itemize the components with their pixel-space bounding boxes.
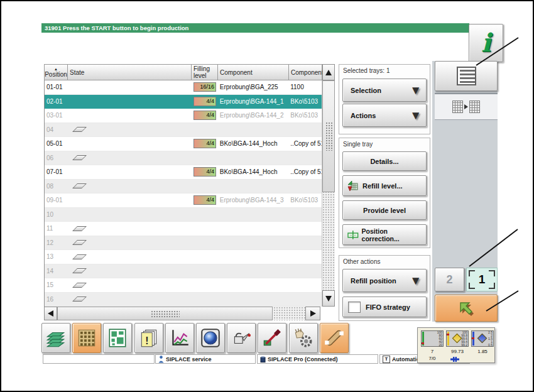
refill-position-label: Refill position <box>351 277 410 285</box>
gauge-rate: 2.521.510.5 <box>471 330 494 347</box>
empty-tray-icon <box>72 297 87 302</box>
gauge-ticks: 10099.899.699.499.2 <box>461 331 467 346</box>
position-correction-label: Position correction... <box>362 227 426 242</box>
table-row[interactable]: 11 <box>45 222 322 236</box>
page-1-label: 1 <box>479 273 486 286</box>
page-2-button[interactable]: 2 <box>435 268 464 291</box>
performance-gauge-panel[interactable]: 1008060402077/010099.899.699.499.299.732… <box>417 327 495 363</box>
table-row[interactable]: 16 <box>45 293 322 307</box>
position-correction-button[interactable]: Position correction... <box>342 224 427 245</box>
table-row[interactable]: 01-0116/16Erprobung\BGA_2251100 <box>45 80 322 95</box>
mode-icon: T <box>383 356 390 363</box>
gauge-diamond-icon <box>452 334 462 344</box>
connection-label: SIPLACE Pro (Connected) <box>268 356 338 362</box>
mode-label: Automatic <box>392 356 420 362</box>
selection-label: Selection <box>351 87 410 94</box>
column-header-position[interactable]: ▲ Position <box>44 64 68 80</box>
table-row[interactable]: 15 <box>45 278 322 293</box>
table-row[interactable]: 05-014/4BKo\BGA-144_Hoch..Copy of 51 <box>45 137 322 151</box>
filling-level-gauge: 4/4 <box>193 111 216 120</box>
cell-state <box>68 297 192 302</box>
repair-icon <box>261 327 283 349</box>
column-header-component2[interactable]: Component <box>289 64 322 80</box>
gauge-ticks: 10080604020 <box>437 331 442 346</box>
gauge-value: 7 <box>421 349 444 354</box>
details-label: Details... <box>370 158 398 165</box>
toolbar-button-vision-camera[interactable] <box>196 323 225 353</box>
cell-position: 04 <box>45 126 68 133</box>
table-row[interactable]: 07-014/4BKo\BGA-144_Hoch..Copy of 51 <box>45 165 322 180</box>
scroll-up-button[interactable] <box>322 64 335 80</box>
toolbar-button-error-log[interactable]: ! <box>134 323 163 353</box>
cell-position: 07-01 <box>45 168 68 175</box>
actions-label: Actions <box>351 112 410 119</box>
empty-tray-icon <box>72 155 87 160</box>
filling-level-gauge: 4/4 <box>193 167 216 177</box>
table-row[interactable]: 03-014/4Erprobung\BGA-144_2BKo\5103 <box>45 109 322 123</box>
table-row[interactable]: 13 <box>45 250 322 264</box>
refill-level-button[interactable]: Refill level... <box>342 175 427 196</box>
toolbar-button-tray-table[interactable] <box>72 323 101 353</box>
gauge-value: 99.73 <box>446 349 469 354</box>
horizontal-scrollbar-thumb[interactable] <box>57 307 273 320</box>
cell-filling: 4/4 <box>192 195 218 205</box>
column-header-component[interactable]: Component <box>218 64 289 80</box>
cell-filling: 4/4 <box>192 139 218 148</box>
single-tray-label: Single tray <box>343 141 373 148</box>
tab-list-view[interactable] <box>435 61 498 91</box>
selection-dropdown[interactable]: Selection ▼ <box>342 79 427 102</box>
page-1-button[interactable]: 1 <box>466 268 498 291</box>
table-row[interactable]: 09-014/4Erprobung\BGA-144_3BKo\5103 <box>45 193 322 208</box>
empty-tray-icon <box>72 183 87 188</box>
table-row[interactable]: 10 <box>45 208 322 222</box>
cell-position: 11 <box>45 225 68 232</box>
gauge-value: 1.85 <box>471 349 494 354</box>
cell-component: Erprobung\BGA-144_2 <box>218 112 288 119</box>
toolbar-button-manual-setup[interactable] <box>289 323 318 353</box>
gauge-marker <box>447 334 449 335</box>
scroll-down-button[interactable] <box>322 290 335 307</box>
table-row[interactable]: 04 <box>45 123 322 138</box>
refill-position-dropdown[interactable]: Refill position ▼ <box>342 269 427 292</box>
table-row[interactable]: 08 <box>45 180 322 194</box>
scroll-right-button[interactable] <box>305 307 320 320</box>
toolbar-button-repair[interactable] <box>258 323 286 353</box>
table-row[interactable]: 12 <box>45 236 322 251</box>
cell-state <box>68 127 192 132</box>
cell-state <box>68 183 192 188</box>
info-button[interactable]: i <box>469 24 503 62</box>
provide-level-button[interactable]: Provide level <box>342 200 427 220</box>
toolbar-button-service-wrench[interactable] <box>320 323 349 353</box>
cell-position: 09-01 <box>45 197 68 204</box>
column-header-filling-level[interactable]: Filling level <box>192 64 218 80</box>
column-header-state[interactable]: State <box>68 64 192 80</box>
details-button[interactable]: Details... <box>342 151 427 171</box>
scroll-left-button[interactable] <box>44 307 57 320</box>
back-button[interactable] <box>435 295 498 322</box>
fifo-checkbox[interactable] <box>348 302 361 313</box>
table-row[interactable]: 14 <box>45 264 322 279</box>
table-row[interactable]: 02-014/4Erprobung\BGA-144_1BKo\5103 <box>45 95 322 109</box>
service-wrench-icon <box>323 327 346 349</box>
cell-state <box>68 254 192 259</box>
cell-component: Erprobung\BGA-144_1 <box>218 98 288 105</box>
position-correction-icon <box>347 231 359 239</box>
cell-filling: 4/4 <box>192 111 218 120</box>
gauge-ticks: 2.521.510.5 <box>488 331 493 346</box>
column-label: Component <box>291 69 324 76</box>
actions-dropdown[interactable]: Actions ▼ <box>342 104 427 127</box>
table-row[interactable]: 06 <box>45 151 322 166</box>
vertical-scrollbar-thumb[interactable] <box>322 80 335 192</box>
maintenance-icon <box>230 327 253 349</box>
gauge-diamond-icon <box>477 334 488 344</box>
toolbar-button-statistics[interactable] <box>165 323 194 353</box>
message-bar: 31901 Press the START button to begin pr… <box>41 23 469 33</box>
thumb-grip <box>151 310 180 317</box>
empty-tray-icon <box>72 127 87 132</box>
toolbar-button-maintenance[interactable] <box>227 323 256 353</box>
toolbar-button-pcb-stack[interactable] <box>41 323 70 353</box>
fifo-strategy-toggle[interactable]: FIFO strategy <box>342 297 427 317</box>
toolbar-button-station-layout[interactable] <box>103 323 132 353</box>
arrow-right-icon <box>310 310 316 317</box>
tab-tray-view[interactable] <box>435 93 498 120</box>
